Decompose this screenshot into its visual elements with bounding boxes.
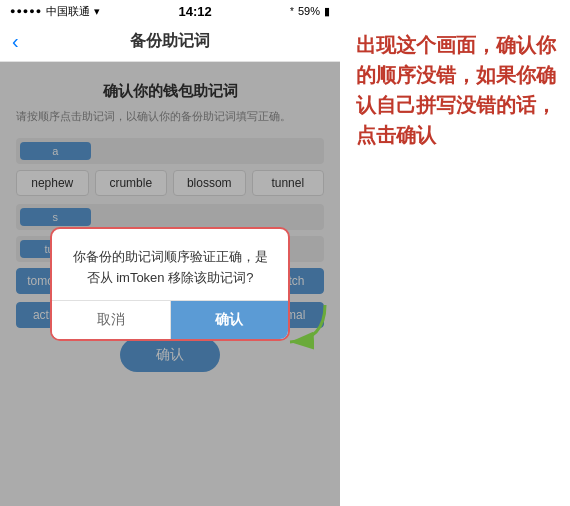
signal-dots: ●●●●● bbox=[10, 6, 42, 16]
nav-bar: ‹ 备份助记词 bbox=[0, 22, 340, 62]
time-display: 14:12 bbox=[179, 4, 212, 19]
annotation-text: 出现这个画面，确认你的顺序没错，如果你确认自己拼写没错的话，点击确认 bbox=[356, 30, 560, 150]
dialog-message: 你备份的助记词顺序验证正确，是否从 imToken 移除该助记词? bbox=[72, 247, 268, 289]
annotation-panel: 出现这个画面，确认你的顺序没错，如果你确认自己拼写没错的话，点击确认 bbox=[340, 0, 570, 506]
status-bar: ●●●●● 中国联通 ▾ 14:12 * 59% ▮ bbox=[0, 0, 340, 22]
arrow-icon bbox=[270, 300, 330, 350]
phone-frame: ●●●●● 中国联通 ▾ 14:12 * 59% ▮ ‹ 备份助记词 确认你的钱… bbox=[0, 0, 340, 506]
bluetooth-icon: * bbox=[290, 6, 294, 17]
dialog-actions: 取消 确认 bbox=[52, 300, 288, 339]
dialog-box: 你备份的助记词顺序验证正确，是否从 imToken 移除该助记词? 取消 确认 bbox=[50, 227, 290, 342]
arrow-container bbox=[270, 300, 330, 354]
wifi-icon: ▾ bbox=[94, 5, 100, 18]
dialog-body: 你备份的助记词顺序验证正确，是否从 imToken 移除该助记词? bbox=[52, 229, 288, 301]
back-button[interactable]: ‹ bbox=[12, 30, 19, 53]
battery-label: 59% bbox=[298, 5, 320, 17]
dialog-overlay: 你备份的助记词顺序验证正确，是否从 imToken 移除该助记词? 取消 确认 bbox=[0, 62, 340, 506]
carrier-label: 中国联通 bbox=[46, 4, 90, 19]
dialog-cancel-button[interactable]: 取消 bbox=[52, 301, 171, 339]
page-title: 备份助记词 bbox=[130, 31, 210, 52]
battery-icon: ▮ bbox=[324, 5, 330, 18]
